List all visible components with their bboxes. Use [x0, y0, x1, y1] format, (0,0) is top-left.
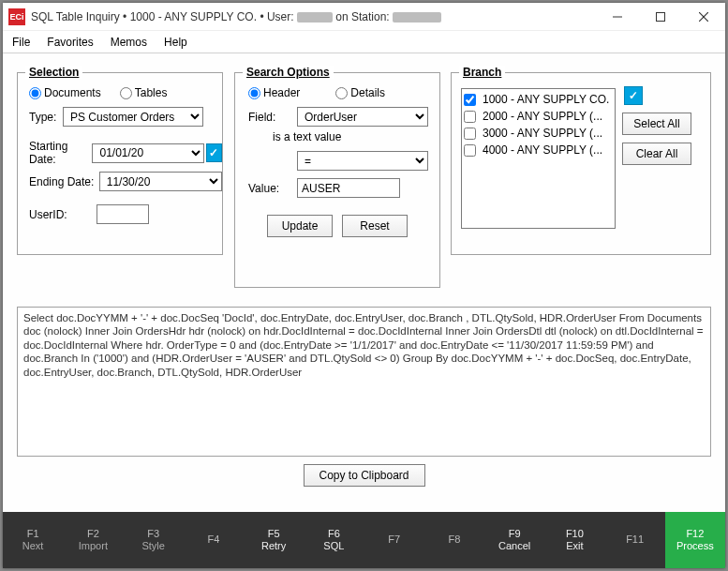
fkey-f2-label: Import: [79, 540, 108, 551]
date-check-toggle[interactable]: ✓: [206, 143, 222, 162]
fkey-f10-label: Exit: [566, 540, 583, 551]
type-combo[interactable]: PS Customer Orders: [63, 107, 203, 127]
fkey-f5-label: Retry: [261, 540, 286, 551]
reset-button[interactable]: Reset: [342, 215, 408, 237]
branch-group: Branch 1000 - ANY SUPPLY CO. 2000 - ANY …: [451, 72, 711, 255]
menu-file[interactable]: File: [12, 36, 30, 49]
maximize-icon: [656, 12, 665, 22]
update-button[interactable]: Update: [267, 215, 333, 237]
branch-item-4000[interactable]: 4000 - ANY SUPPLY (...: [464, 142, 613, 158]
fkey-f12-key: F12: [665, 528, 725, 540]
fkey-f11-key: F11: [605, 533, 665, 546]
selection-title: Selection: [25, 66, 82, 79]
title-user-redacted: [297, 12, 333, 23]
fkey-f10-key: F10: [544, 528, 604, 540]
fkey-f1-label: Next: [22, 540, 44, 551]
menu-memos[interactable]: Memos: [111, 36, 147, 49]
field-label: Field:: [248, 111, 297, 124]
fkey-f12-label: Process: [665, 540, 725, 552]
fkey-f12[interactable]: F12Process: [665, 512, 725, 568]
branch-1000-checkbox[interactable]: [464, 94, 476, 106]
fkey-f1[interactable]: F1Next: [3, 528, 63, 552]
title-company: 1000 - ANY SUPPLY CO.: [130, 10, 257, 23]
fkey-f7: F7: [364, 533, 424, 546]
branch-title: Branch: [459, 66, 505, 79]
menu-favorites[interactable]: Favorites: [47, 36, 93, 49]
fkey-f9-label: Cancel: [498, 540, 530, 551]
branch-check-toggle[interactable]: ✓: [624, 86, 643, 105]
radio-details[interactable]: Details: [335, 86, 385, 99]
function-key-bar: F1NextF2ImportF3StyleF4F5RetryF6SQLF7F8F…: [3, 512, 725, 568]
main-window: ECi SQL Table Inquiry • 1000 - ANY SUPPL…: [3, 3, 725, 568]
close-icon: [699, 12, 708, 22]
select-all-button[interactable]: Select All: [622, 113, 691, 135]
fkey-f8: F8: [424, 533, 484, 546]
window-controls: [596, 3, 725, 30]
title-sep1: •: [123, 10, 130, 23]
client-area: Selection Documents Tables Type: PS Cust…: [3, 53, 725, 568]
copy-to-clipboard-button[interactable]: Copy to Clipboard: [304, 464, 425, 487]
ending-date-combo[interactable]: 11/30/20: [99, 172, 222, 191]
branch-item-2000[interactable]: 2000 - ANY SUPPLY (...: [464, 108, 613, 125]
branch-item-3000[interactable]: 3000 - ANY SUPPLY (...: [464, 125, 613, 142]
close-button[interactable]: [682, 3, 725, 30]
app-icon: ECi: [8, 8, 25, 25]
fkey-f9[interactable]: F9Cancel: [484, 528, 544, 552]
fkey-f6-key: F6: [304, 528, 364, 540]
ending-date-label: Ending Date:: [29, 175, 99, 188]
fkey-f2[interactable]: F2Import: [63, 528, 123, 552]
fkey-f3[interactable]: F3Style: [124, 528, 184, 552]
field-combo[interactable]: OrderUser: [297, 107, 428, 127]
radio-details-label: Details: [350, 86, 385, 99]
minimize-button[interactable]: [596, 3, 639, 30]
userid-input[interactable]: [97, 204, 149, 224]
sql-textbox[interactable]: Select doc.DocYYMM + '-' + doc.DocSeq 'D…: [17, 307, 711, 457]
field-hint: is a text value: [273, 130, 341, 143]
radio-header-label: Header: [263, 86, 300, 99]
starting-date-combo[interactable]: 01/01/20: [92, 143, 203, 163]
fkey-f8-key: F8: [424, 533, 484, 546]
clear-all-button[interactable]: Clear All: [622, 143, 691, 165]
fkey-f5[interactable]: F5Retry: [244, 528, 304, 552]
branch-3000-label: 3000 - ANY SUPPLY (...: [483, 127, 602, 140]
titlebar: ECi SQL Table Inquiry • 1000 - ANY SUPPL…: [3, 3, 725, 31]
fkey-f9-key: F9: [484, 528, 544, 540]
branch-item-1000[interactable]: 1000 - ANY SUPPLY CO.: [464, 91, 613, 108]
fkey-f11: F11: [605, 533, 665, 546]
value-input[interactable]: [297, 178, 400, 198]
radio-documents[interactable]: Documents: [29, 86, 101, 99]
search-options-title: Search Options: [243, 66, 334, 79]
radio-header[interactable]: Header: [248, 86, 300, 99]
search-options-group: Search Options Header Details Field: Ord…: [234, 72, 440, 288]
menu-help[interactable]: Help: [164, 36, 187, 49]
branch-4000-label: 4000 - ANY SUPPLY (...: [483, 143, 602, 157]
branch-2000-checkbox[interactable]: [464, 111, 476, 123]
title-user-label: User:: [267, 10, 294, 23]
fkey-f10[interactable]: F10Exit: [544, 528, 604, 552]
fkey-f2-key: F2: [63, 528, 123, 540]
userid-label: UserID:: [29, 208, 97, 221]
window-title: SQL Table Inquiry • 1000 - ANY SUPPLY CO…: [31, 10, 441, 23]
fkey-f5-key: F5: [244, 528, 304, 540]
title-station-redacted: [393, 12, 441, 23]
selection-group: Selection Documents Tables Type: PS Cust…: [17, 72, 223, 255]
branch-3000-checkbox[interactable]: [464, 128, 476, 140]
branch-1000-label: 1000 - ANY SUPPLY CO.: [483, 93, 609, 106]
radio-tables[interactable]: Tables: [120, 86, 168, 99]
svg-rect-1: [657, 12, 665, 21]
value-label: Value:: [248, 182, 297, 195]
minimize-icon: [613, 12, 622, 22]
branch-2000-label: 2000 - ANY SUPPLY (...: [483, 110, 602, 123]
fkey-f1-key: F1: [3, 528, 63, 540]
branch-list[interactable]: 1000 - ANY SUPPLY CO. 2000 - ANY SUPPLY …: [461, 88, 616, 229]
operator-combo[interactable]: =: [297, 151, 428, 171]
radio-tables-label: Tables: [135, 86, 168, 99]
branch-4000-checkbox[interactable]: [464, 144, 476, 157]
starting-date-label: Starting Date:: [29, 140, 92, 166]
fkey-f7-key: F7: [364, 533, 424, 546]
fkey-f4: F4: [184, 533, 244, 546]
title-sep2: •: [260, 10, 267, 23]
maximize-button[interactable]: [639, 3, 682, 30]
radio-documents-label: Documents: [44, 86, 101, 99]
fkey-f6[interactable]: F6SQL: [304, 528, 364, 552]
